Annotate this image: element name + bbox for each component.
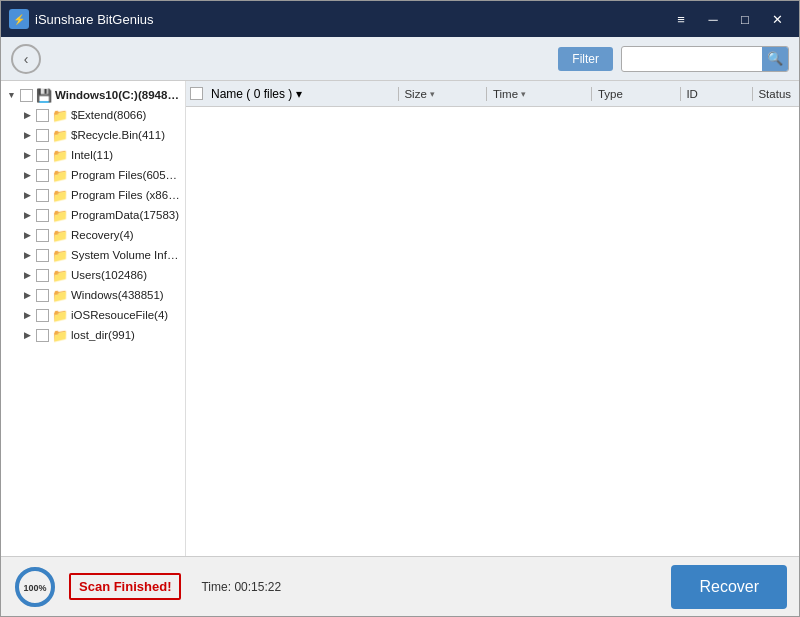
list-item[interactable]: ▶ 📁 System Volume Information(49 [17, 245, 185, 265]
col-divider [680, 87, 681, 101]
tree-root[interactable]: ▾ 💾 Windows10(C:)(894894) [1, 85, 185, 105]
time-label: Time: [201, 580, 231, 594]
tree-checkbox[interactable] [36, 169, 49, 182]
tree-checkbox[interactable] [36, 109, 49, 122]
chevron-down-icon: ▾ [296, 87, 302, 101]
tree-checkbox[interactable] [36, 329, 49, 342]
tree-children: ▶ 📁 $Extend(8066) ▶ 📁 $Recycle.Bin(411) … [1, 105, 185, 345]
tree-checkbox[interactable] [36, 129, 49, 142]
tree-item-label: Recovery(4) [71, 229, 134, 241]
tree-toggle[interactable]: ▶ [21, 189, 33, 201]
tree-toggle[interactable]: ▶ [21, 109, 33, 121]
folder-icon: 📁 [52, 248, 68, 263]
tree-toggle-root[interactable]: ▾ [5, 89, 17, 101]
file-list: Name ( 0 files ) ▾ Size ▾ Time ▾ Type [186, 81, 799, 556]
scan-finished-badge: Scan Finished! [69, 573, 181, 600]
col-divider [486, 87, 487, 101]
tree-toggle[interactable]: ▶ [21, 249, 33, 261]
tree-item-label: iOSResouceFile(4) [71, 309, 168, 321]
search-button[interactable]: 🔍 [762, 46, 788, 72]
tree-toggle[interactable]: ▶ [21, 129, 33, 141]
tree-toggle[interactable]: ▶ [21, 269, 33, 281]
folder-icon: 📁 [52, 108, 68, 123]
file-list-body [186, 107, 799, 556]
tree-checkbox[interactable] [36, 189, 49, 202]
chevron-down-icon: ▾ [430, 89, 435, 99]
tree-item-label: ProgramData(17583) [71, 209, 179, 221]
folder-icon: 📁 [52, 128, 68, 143]
tree-checkbox[interactable] [36, 209, 49, 222]
folder-icon: 📁 [52, 308, 68, 323]
tree-toggle[interactable]: ▶ [21, 289, 33, 301]
tree-toggle[interactable]: ▶ [21, 309, 33, 321]
tree-toggle[interactable]: ▶ [21, 149, 33, 161]
tree-checkbox[interactable] [36, 269, 49, 282]
minimize-button[interactable]: ─ [699, 9, 727, 29]
tree-item-label: Users(102486) [71, 269, 147, 281]
col-divider [591, 87, 592, 101]
tree-toggle[interactable]: ▶ [21, 209, 33, 221]
list-item[interactable]: ▶ 📁 Program Files(60507) [17, 165, 185, 185]
col-status-label: Status [758, 88, 791, 100]
col-header-time[interactable]: Time ▾ [489, 88, 589, 100]
tree-checkbox[interactable] [36, 229, 49, 242]
tree-item-label: Intel(11) [71, 149, 113, 161]
folder-icon: 📁 [52, 268, 68, 283]
tree-checkbox[interactable] [36, 149, 49, 162]
list-item[interactable]: ▶ 📁 $Recycle.Bin(411) [17, 125, 185, 145]
chevron-down-icon: ▾ [521, 89, 526, 99]
tree-item-label: Program Files (x86)(13757) [71, 189, 181, 201]
tree-item-label: $Recycle.Bin(411) [71, 129, 165, 141]
tree-toggle[interactable]: ▶ [21, 229, 33, 241]
tree-item-label: $Extend(8066) [71, 109, 146, 121]
close-button[interactable]: ✕ [763, 9, 791, 29]
progress-text: 100% [23, 583, 46, 593]
search-icon: 🔍 [767, 51, 783, 66]
list-item[interactable]: ▶ 📁 iOSResouceFile(4) [17, 305, 185, 325]
list-item[interactable]: ▶ 📁 Users(102486) [17, 265, 185, 285]
recover-button[interactable]: Recover [671, 565, 787, 609]
back-button[interactable]: ‹ [11, 44, 41, 74]
col-header-id[interactable]: ID [682, 88, 749, 100]
tree-toggle[interactable]: ▶ [21, 329, 33, 341]
list-item[interactable]: ▶ 📁 Windows(438851) [17, 285, 185, 305]
time-value: 00:15:22 [234, 580, 281, 594]
menu-button[interactable]: ≡ [667, 9, 695, 29]
col-header-name[interactable]: Name ( 0 files ) ▾ [190, 87, 396, 101]
filter-button[interactable]: Filter [558, 47, 613, 71]
titlebar: ⚡ iSunshare BitGenius ≡ ─ □ ✕ [1, 1, 799, 37]
folder-icon: 📁 [52, 328, 68, 343]
tree-checkbox[interactable] [36, 289, 49, 302]
col-header-type[interactable]: Type [594, 88, 678, 100]
back-icon: ‹ [24, 51, 29, 67]
folder-icon: 📁 [52, 228, 68, 243]
folder-icon: 📁 [52, 168, 68, 183]
list-item[interactable]: ▶ 📁 ProgramData(17583) [17, 205, 185, 225]
restore-button[interactable]: □ [731, 9, 759, 29]
col-type-label: Type [598, 88, 623, 100]
search-input[interactable] [622, 50, 762, 68]
folder-icon: 📁 [52, 188, 68, 203]
drive-icon: 💾 [36, 88, 52, 103]
list-item[interactable]: ▶ 📁 $Extend(8066) [17, 105, 185, 125]
tree-checkbox-root[interactable] [20, 89, 33, 102]
list-item[interactable]: ▶ 📁 Program Files (x86)(13757) [17, 185, 185, 205]
col-header-status[interactable]: Status [754, 88, 795, 100]
main-window: ⚡ iSunshare BitGenius ≡ ─ □ ✕ ‹ Filter 🔍 [0, 0, 800, 617]
app-title: iSunshare BitGenius [35, 12, 667, 27]
col-size-label: Size [404, 88, 426, 100]
time-info: Time: 00:15:22 [201, 580, 281, 594]
select-all-checkbox[interactable] [190, 87, 203, 100]
tree-toggle[interactable]: ▶ [21, 169, 33, 181]
tree-label-root: Windows10(C:)(894894) [55, 89, 181, 101]
list-item[interactable]: ▶ 📁 lost_dir(991) [17, 325, 185, 345]
tree-checkbox[interactable] [36, 309, 49, 322]
folder-icon: 📁 [52, 208, 68, 223]
list-item[interactable]: ▶ 📁 Recovery(4) [17, 225, 185, 245]
tree-checkbox[interactable] [36, 249, 49, 262]
progress-circle: 100% [13, 565, 57, 609]
col-header-size[interactable]: Size ▾ [400, 88, 484, 100]
sidebar: ▾ 💾 Windows10(C:)(894894) ▶ 📁 $Extend(80… [1, 81, 186, 556]
list-item[interactable]: ▶ 📁 Intel(11) [17, 145, 185, 165]
col-name-label: Name ( 0 files ) [211, 87, 292, 101]
